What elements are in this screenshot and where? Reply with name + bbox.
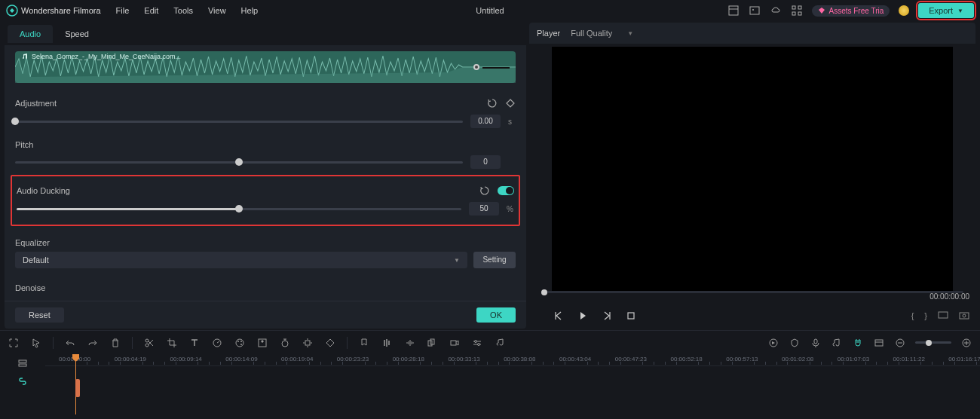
render-icon[interactable] <box>767 337 779 349</box>
audio-mixer-icon[interactable] <box>381 337 393 349</box>
ok-button[interactable]: OK <box>476 307 516 323</box>
view-mode-icon[interactable] <box>873 337 885 349</box>
svg-rect-9 <box>628 313 634 319</box>
timeline: 00:00:00:0000:00:04:1900:00:09:1400:00:1… <box>0 354 980 414</box>
svg-point-18 <box>240 341 242 342</box>
equalizer-setting-button[interactable]: Setting <box>473 252 516 268</box>
svg-rect-37 <box>19 360 26 362</box>
track-collapse-icon[interactable] <box>17 357 29 369</box>
brace-open-icon[interactable]: { <box>911 311 914 320</box>
redo-icon[interactable] <box>87 337 99 349</box>
prev-frame-icon[interactable] <box>553 310 564 321</box>
audio-waveform[interactable]: Selena_Gomez_-_My_Mind_Me_CeeNaija.com..… <box>15 51 516 83</box>
svg-point-26 <box>475 340 477 342</box>
undo-icon[interactable] <box>64 337 76 349</box>
tab-audio[interactable]: Audio <box>8 25 53 43</box>
document-title: Untitled <box>476 6 504 15</box>
mic-icon[interactable] <box>810 337 822 349</box>
display-icon[interactable] <box>938 310 948 321</box>
adjustment-value[interactable]: 0.00 <box>470 115 501 128</box>
svg-point-14 <box>145 344 149 347</box>
equalizer-selected: Default <box>23 255 49 265</box>
record-icon[interactable] <box>449 337 461 349</box>
keyframe-icon[interactable] <box>505 98 516 109</box>
pitch-value[interactable]: 0 <box>470 155 501 169</box>
timeline-tracks[interactable]: 00:00:00:0000:00:04:1900:00:09:1400:00:1… <box>45 354 980 414</box>
player-panel: Player Full Quality ▼ 00:00:00:00 { } <box>529 23 975 329</box>
svg-rect-11 <box>960 313 969 319</box>
menu-tools[interactable]: Tools <box>173 6 193 15</box>
inspector-panel: Audio Speed Selena_Gomez_-_My_Mind_Me_Ce… <box>5 23 526 329</box>
assets-badge[interactable]: Assets Free Tria <box>812 5 890 17</box>
video-preview[interactable] <box>552 47 953 292</box>
brace-close-icon[interactable]: } <box>924 311 927 320</box>
ducking-slider[interactable] <box>17 208 461 210</box>
adjustment-unit: s <box>508 118 516 126</box>
equalizer-select[interactable]: Default ▼ <box>15 252 467 268</box>
quality-select[interactable]: Full Quality ▼ <box>571 29 633 38</box>
reset-icon[interactable] <box>487 98 498 109</box>
layout-icon[interactable] <box>727 5 740 17</box>
speed-icon[interactable] <box>211 337 223 349</box>
add-marker-icon[interactable] <box>358 337 370 349</box>
next-frame-icon[interactable] <box>602 310 612 321</box>
play-icon[interactable] <box>577 310 588 321</box>
zoom-slider[interactable] <box>915 341 951 344</box>
shield-icon[interactable] <box>789 337 801 349</box>
coin-icon[interactable] <box>899 5 909 16</box>
delete-icon[interactable] <box>109 337 121 349</box>
menu-file[interactable]: File <box>116 6 130 15</box>
adjustments-icon[interactable] <box>471 337 483 349</box>
menu-help[interactable]: Help <box>241 6 259 15</box>
crop-icon[interactable] <box>166 337 178 349</box>
audio-stretch-icon[interactable] <box>403 337 415 349</box>
waveform-end-handle[interactable] <box>473 64 479 70</box>
magnet-icon[interactable] <box>852 337 864 349</box>
scrubber-thumb[interactable] <box>541 289 547 295</box>
snapshot-icon[interactable] <box>959 310 969 321</box>
ducking-value[interactable]: 50 <box>469 202 499 216</box>
export-label: Export <box>929 6 953 15</box>
link-icon[interactable] <box>17 375 29 387</box>
reset-button[interactable]: Reset <box>15 307 64 323</box>
cloud-icon[interactable] <box>770 5 782 17</box>
denoise-label: Denoise <box>15 276 516 297</box>
group-icon[interactable] <box>426 337 438 349</box>
pitch-slider[interactable] <box>15 161 463 164</box>
svg-rect-10 <box>939 312 948 318</box>
menu-edit[interactable]: Edit <box>144 6 158 15</box>
svg-point-17 <box>237 341 239 342</box>
ducking-toggle[interactable] <box>498 186 514 195</box>
svg-rect-8 <box>798 12 801 15</box>
svg-rect-38 <box>19 364 26 366</box>
reset-icon[interactable] <box>479 185 490 196</box>
export-button[interactable]: Export ▼ <box>918 3 974 18</box>
menu-view[interactable]: View <box>208 6 226 15</box>
media-icon[interactable] <box>749 5 761 17</box>
green-screen-icon[interactable] <box>256 337 268 349</box>
adjustment-slider[interactable] <box>15 121 463 123</box>
expand-icon[interactable] <box>8 337 20 349</box>
stop-icon[interactable] <box>626 310 636 321</box>
split-icon[interactable] <box>143 337 155 349</box>
zoom-in-icon[interactable] <box>960 337 972 349</box>
text-icon[interactable] <box>188 337 201 349</box>
audio-ducking-section: Audio Ducking 50 % <box>11 175 520 226</box>
player-scrubber[interactable] <box>541 291 963 293</box>
svg-point-16 <box>236 339 243 347</box>
audio-clip[interactable] <box>75 379 80 397</box>
timer-icon[interactable] <box>279 337 291 349</box>
color-icon[interactable] <box>234 337 246 349</box>
svg-rect-3 <box>750 7 759 14</box>
tab-speed[interactable]: Speed <box>53 25 101 43</box>
ducking-unit: % <box>507 205 514 213</box>
zoom-out-icon[interactable] <box>894 337 906 349</box>
keyframe-button-icon[interactable] <box>324 337 336 349</box>
svg-rect-29 <box>814 339 817 344</box>
apps-icon[interactable] <box>791 5 803 17</box>
audio-track-icon[interactable] <box>831 337 843 349</box>
music-icon[interactable] <box>494 337 506 349</box>
cursor-icon[interactable] <box>30 337 42 349</box>
motion-tracking-icon[interactable] <box>302 337 314 349</box>
timeline-ruler[interactable]: 00:00:00:0000:00:04:1900:00:09:1400:00:1… <box>45 354 980 366</box>
